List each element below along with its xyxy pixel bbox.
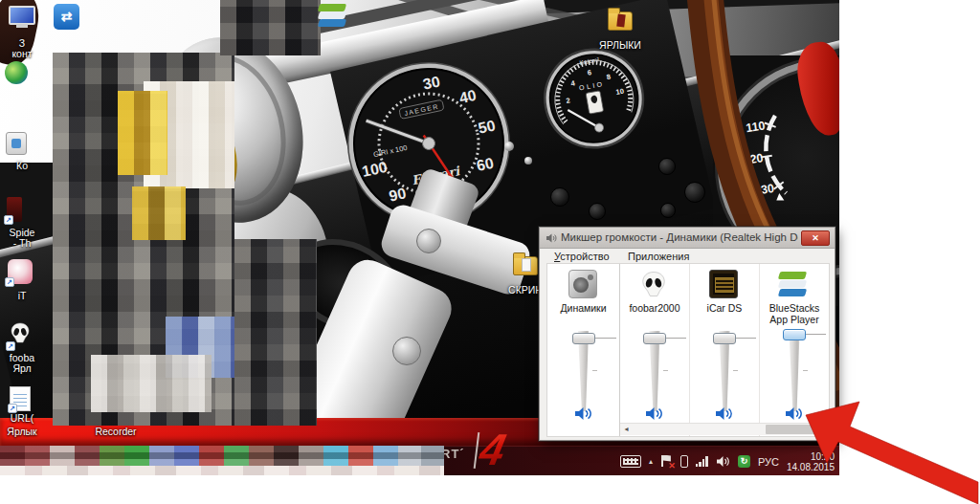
slider-thumb[interactable] xyxy=(643,333,666,344)
censored-patch xyxy=(132,186,186,240)
app-box-icon-label[interactable]: Ко xyxy=(0,161,44,171)
annotation-arrow xyxy=(783,400,980,504)
channel-name: Динамики xyxy=(548,302,618,314)
censored-region xyxy=(53,53,234,426)
mute-button[interactable] xyxy=(712,405,737,423)
channel-name: iCar DS xyxy=(691,302,758,314)
volume-slider[interactable] xyxy=(620,331,689,411)
screenshot-root: JAEGER GIRI x 100 Ferrari 30 40 50 60 70… xyxy=(0,0,980,504)
shortcut-badge-icon: ↗ xyxy=(5,277,14,287)
scroll-left-button[interactable]: ◂ xyxy=(620,424,633,435)
foobar-icon-label[interactable]: Ярл xyxy=(0,363,44,374)
update-tray-icon[interactable]: ↻ xyxy=(738,455,750,468)
slider-thumb[interactable] xyxy=(713,333,736,344)
channel-name: BlueStacks App Player xyxy=(761,302,828,325)
dash-knob xyxy=(550,187,569,207)
itunes-icon-label[interactable]: iT xyxy=(0,291,44,301)
svg-text:90: 90 xyxy=(388,185,408,204)
censored-region xyxy=(220,0,321,55)
mixer-channel-foobar2000: foobar2000 xyxy=(620,264,690,436)
svg-text:30: 30 xyxy=(421,73,441,92)
censored-region xyxy=(234,239,317,426)
shortcuts-folder-icon[interactable] xyxy=(608,11,633,31)
bolt xyxy=(392,337,421,365)
window-speaker-icon xyxy=(546,232,557,244)
network-signal-icon[interactable] xyxy=(696,456,708,467)
svg-text:50: 50 xyxy=(477,117,497,136)
foobar2000-app-icon xyxy=(639,270,668,298)
slider-thumb[interactable] xyxy=(572,333,595,344)
volume-tray-icon[interactable] xyxy=(716,455,730,468)
slider-thumb[interactable] xyxy=(783,329,806,340)
url-icon-label[interactable]: URL( xyxy=(0,413,44,424)
screens-folder-icon[interactable] xyxy=(513,256,538,275)
hidden-icons-chevron-icon[interactable]: ▴ xyxy=(649,457,653,466)
itunes-icon[interactable]: ↗ xyxy=(8,259,33,284)
icar-ds-app-icon xyxy=(709,270,738,298)
spiderman-icon-label[interactable]: - Th xyxy=(0,238,44,249)
mixer-channel-icards: iCar DS xyxy=(690,264,760,436)
shortcuts-folder-label[interactable]: ЯРЛЫКИ xyxy=(581,40,659,51)
url-icon-label[interactable]: Ярлык xyxy=(0,427,44,437)
volume-slider[interactable] xyxy=(547,331,619,411)
bluestacks-desktop-icon[interactable] xyxy=(319,3,346,29)
mute-button[interactable] xyxy=(571,405,596,423)
shortcut-badge-icon: ↗ xyxy=(6,341,15,351)
device-icon[interactable] xyxy=(680,455,688,468)
svg-text:40: 40 xyxy=(457,87,478,106)
dash-switch xyxy=(504,142,514,151)
teamviewer-icon[interactable]: ⇄ xyxy=(54,4,79,30)
wallpaper-sport-text: RT´ xyxy=(441,447,465,461)
dash-knob xyxy=(589,203,606,220)
censored-taskbar-strip xyxy=(0,466,444,475)
computer-icon[interactable] xyxy=(9,6,35,25)
mute-button[interactable] xyxy=(642,405,667,423)
oil-gauge: Ka/cm² 2 4 6 8 10 OLIO xyxy=(533,39,655,161)
channel-name: foobar2000 xyxy=(621,302,688,314)
touch-keyboard-icon[interactable] xyxy=(620,455,641,468)
spiderman-icon[interactable]: ↗ xyxy=(7,197,22,222)
language-indicator[interactable]: РУС xyxy=(758,456,779,468)
computer-icon-label[interactable]: конт xyxy=(0,49,44,59)
censored-taskbar-region xyxy=(0,446,444,466)
censored-patch xyxy=(91,355,212,412)
speakers-device-icon xyxy=(568,270,597,298)
bolt xyxy=(416,229,441,253)
dash-knob xyxy=(660,203,676,218)
titleb[interactable]: Микшер громкости - Динамики (Realtek Hig… xyxy=(540,228,835,249)
internet-globe-icon[interactable] xyxy=(5,61,28,84)
action-center-flag-icon[interactable]: ✕ xyxy=(660,455,673,469)
dash-switch xyxy=(524,157,532,164)
dash-knob xyxy=(684,182,705,203)
window-title: Микшер громкости - Динамики (Realtek Hig… xyxy=(561,228,798,248)
svg-text:60: 60 xyxy=(475,155,495,174)
dash-knob xyxy=(658,158,676,175)
close-button[interactable]: ✕ xyxy=(801,230,830,246)
volume-slider[interactable] xyxy=(690,331,759,411)
group-apps-label: Приложения xyxy=(628,251,689,262)
svg-text:10: 10 xyxy=(615,87,625,97)
bluestacks-app-icon xyxy=(779,270,808,298)
mixer-channel-speakers: Динамики xyxy=(547,264,620,436)
censored-patch xyxy=(118,91,167,175)
app-box-icon[interactable] xyxy=(6,132,27,155)
recorder-icon-label[interactable]: Recorder xyxy=(86,427,145,437)
group-device-label: Устройство xyxy=(554,251,610,262)
foobar-desktop-icon[interactable]: ↗ xyxy=(9,321,32,348)
shortcut-badge-icon: ↗ xyxy=(4,215,13,225)
url-document-icon[interactable]: ↗ xyxy=(10,386,31,411)
